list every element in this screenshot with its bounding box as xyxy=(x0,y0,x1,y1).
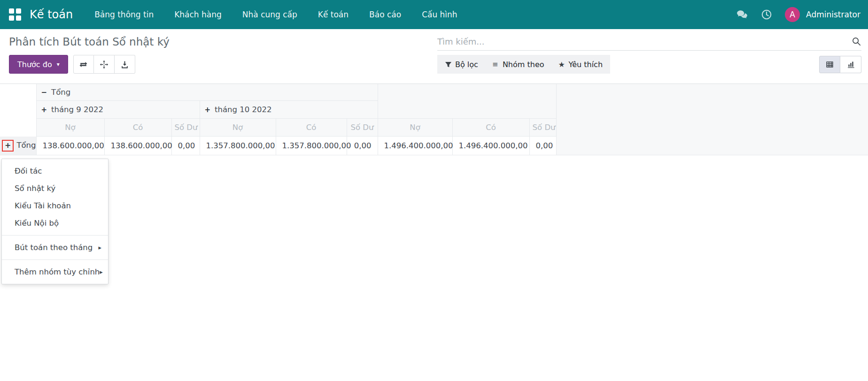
menu-reports[interactable]: Báo cáo xyxy=(369,10,401,19)
submenu-arrow-icon: ▸ xyxy=(98,244,101,251)
pivot-table-area: −Tổng +tháng 9 2022 +tháng 10 2022 Nợ Có… xyxy=(0,84,868,155)
menu-configuration[interactable]: Cấu hình xyxy=(422,10,457,19)
pivot-table: −Tổng +tháng 9 2022 +tháng 10 2022 Nợ Có… xyxy=(0,84,868,155)
total-columns-header-spacer xyxy=(378,84,556,119)
username: Administrator xyxy=(806,10,860,19)
apps-grid-icon[interactable] xyxy=(9,8,21,21)
menu-item-journal[interactable]: Sổ nhật ký xyxy=(2,180,108,197)
search-options-bar: Bộ lọc ≡ Nhóm theo ★ Yêu thích xyxy=(437,55,610,74)
main-menu: Bảng thông tin Khách hàng Nhà cung cấp K… xyxy=(94,10,457,19)
star-icon: ★ xyxy=(558,61,566,68)
filter-funnel-icon xyxy=(445,61,452,68)
download-icon xyxy=(120,60,129,69)
col-group-month-10-2022[interactable]: +tháng 10 2022 xyxy=(200,101,378,119)
bar-chart-icon xyxy=(846,60,855,69)
view-switcher xyxy=(819,56,861,73)
cell-total-balance[interactable]: 0,00 xyxy=(529,137,556,155)
measure-header-credit[interactable]: Có xyxy=(276,119,347,137)
measure-header-debit[interactable]: Nợ xyxy=(378,119,452,137)
filters-button[interactable]: Bộ lọc xyxy=(445,60,478,69)
menu-divider xyxy=(2,259,108,260)
control-panel: Phân tích Bút toán Sổ nhật ký Thước đo ▾ xyxy=(0,29,868,74)
measure-header-debit[interactable]: Nợ xyxy=(200,119,276,137)
expand-plus-icon[interactable]: + xyxy=(205,106,211,114)
search-bar xyxy=(437,36,861,51)
cell-m10-credit[interactable]: 1.357.800.000,00 xyxy=(276,137,347,155)
row-header-total[interactable]: +Tổng xyxy=(0,137,36,155)
expand-row-plus-icon[interactable]: + xyxy=(2,140,14,152)
measure-header-balance[interactable]: Số Dư xyxy=(171,119,200,137)
cell-m9-credit[interactable]: 138.600.000,00 xyxy=(104,137,171,155)
col-group-total[interactable]: −Tổng xyxy=(36,84,378,101)
bar-chart-view-button[interactable] xyxy=(840,56,861,73)
measure-header-balance[interactable]: Số Dư xyxy=(529,119,556,137)
groupby-dropdown-menu: Đối tác Sổ nhật ký Kiểu Tài khoản Kiểu N… xyxy=(1,159,108,284)
flip-axis-button[interactable] xyxy=(73,55,94,74)
menu-item-add-custom-group[interactable]: Thêm nhóm tùy chỉnh ▸ xyxy=(2,263,108,281)
measure-header-credit[interactable]: Có xyxy=(104,119,171,137)
col-group-month-9-2022[interactable]: +tháng 9 2022 xyxy=(36,101,200,119)
favorites-button[interactable]: ★ Yêu thích xyxy=(558,60,603,69)
menu-vendors[interactable]: Nhà cung cấp xyxy=(242,10,297,19)
menu-dashboard[interactable]: Bảng thông tin xyxy=(94,10,154,19)
avatar[interactable]: A xyxy=(785,7,800,22)
group-by-icon: ≡ xyxy=(492,61,499,68)
menu-item-partner[interactable]: Đối tác xyxy=(2,162,108,180)
menu-item-entries-by-month[interactable]: Bút toán theo tháng ▸ xyxy=(2,239,108,256)
download-button[interactable] xyxy=(115,55,135,74)
menu-customers[interactable]: Khách hàng xyxy=(174,10,222,19)
group-by-button[interactable]: ≡ Nhóm theo xyxy=(492,60,544,69)
cell-total-credit[interactable]: 1.496.400.000,00 xyxy=(452,137,529,155)
expand-all-button[interactable] xyxy=(94,55,115,74)
exchange-icon xyxy=(79,60,88,69)
measure-header-debit[interactable]: Nợ xyxy=(36,119,104,137)
pivot-grid-icon xyxy=(825,60,834,69)
header-filler xyxy=(556,84,868,137)
submenu-arrow-icon: ▸ xyxy=(100,268,103,275)
move-arrows-icon xyxy=(100,60,108,69)
row-filler xyxy=(556,137,868,155)
menu-accounting[interactable]: Kế toán xyxy=(318,10,349,19)
table-row-total: +Tổng 138.600.000,00 138.600.000,00 0,00… xyxy=(0,137,868,155)
expand-plus-icon[interactable]: + xyxy=(41,106,47,114)
activity-clock-icon[interactable] xyxy=(760,8,773,21)
messages-icon[interactable] xyxy=(736,8,748,21)
top-navbar: Kế toán Bảng thông tin Khách hàng Nhà cu… xyxy=(0,0,868,29)
cell-m10-debit[interactable]: 1.357.800.000,00 xyxy=(200,137,276,155)
search-input[interactable] xyxy=(437,37,851,46)
measure-header-credit[interactable]: Có xyxy=(452,119,529,137)
page-title: Phân tích Bút toán Sổ nhật ký xyxy=(9,36,437,51)
measures-button[interactable]: Thước đo ▾ xyxy=(9,55,68,74)
menu-item-internal-type[interactable]: Kiểu Nội bộ xyxy=(2,214,108,232)
menu-divider xyxy=(2,235,108,236)
search-icon[interactable] xyxy=(851,36,861,46)
collapse-minus-icon[interactable]: − xyxy=(41,88,47,97)
cell-m10-balance[interactable]: 0,00 xyxy=(347,137,378,155)
chevron-down-icon: ▾ xyxy=(57,61,60,68)
measure-header-balance[interactable]: Số Dư xyxy=(347,119,378,137)
cell-m9-debit[interactable]: 138.600.000,00 xyxy=(36,137,104,155)
user-menu[interactable]: A Administrator xyxy=(785,7,860,22)
app-brand[interactable]: Kế toán xyxy=(30,8,73,21)
pivot-view-button[interactable] xyxy=(819,56,840,73)
cell-total-debit[interactable]: 1.496.400.000,00 xyxy=(378,137,452,155)
cell-m9-balance[interactable]: 0,00 xyxy=(171,137,200,155)
pivot-corner-cell xyxy=(0,84,36,137)
menu-item-account-type[interactable]: Kiểu Tài khoản xyxy=(2,197,108,214)
